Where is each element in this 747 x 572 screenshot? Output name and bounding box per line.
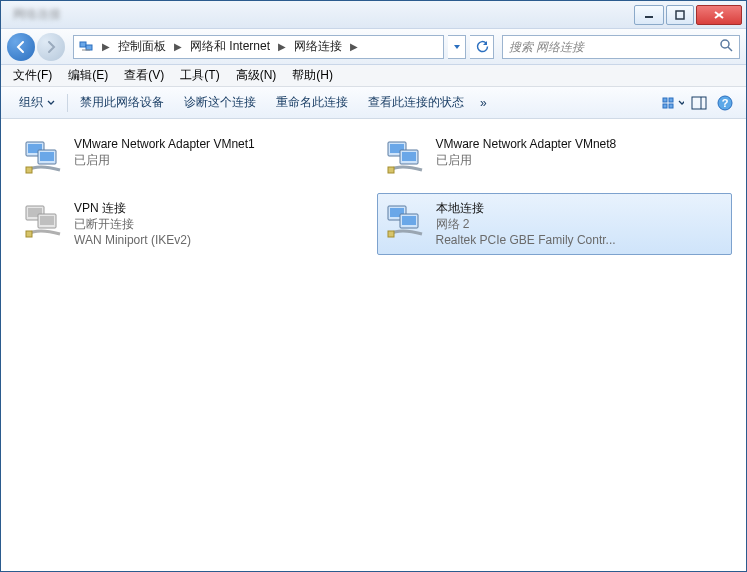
chevron-down-icon [453,43,461,51]
menu-edit[interactable]: 编辑(E) [60,65,116,86]
menu-advanced[interactable]: 高级(N) [228,65,285,86]
close-button[interactable] [696,5,742,25]
connection-text: VMware Network Adapter VMnet1 已启用 [74,136,255,168]
toolbar-disable[interactable]: 禁用此网络设备 [70,90,174,115]
help-button[interactable]: ? [714,92,736,114]
crumb-control-panel[interactable]: 控制面板 [114,36,170,58]
chevron-right-icon: ▶ [170,41,186,52]
svg-line-8 [728,47,732,51]
address-bar[interactable]: ▶ 控制面板 ▶ 网络和 Internet ▶ 网络连接 ▶ [73,35,444,59]
connection-name: VPN 连接 [74,200,191,216]
connection-item[interactable]: 本地连接 网络 2 Realtek PCIe GBE Family Contr.… [377,193,733,255]
refresh-button[interactable] [470,35,494,59]
connection-status: 已启用 [436,152,617,168]
preview-pane-button[interactable] [688,92,710,114]
connection-item[interactable]: VPN 连接 已断开连接 WAN Miniport (IKEv2) [15,193,371,255]
title-area: 网络连接 [5,6,632,23]
close-icon [713,10,725,20]
connection-name: VMware Network Adapter VMnet8 [436,136,617,152]
chevron-right-icon: ▶ [98,41,114,52]
connections-list: VMware Network Adapter VMnet1 已启用 VMware… [1,119,746,571]
connection-status: 网络 2 [436,216,616,232]
svg-rect-30 [40,216,54,225]
svg-text:?: ? [722,97,729,109]
connection-status: 已启用 [74,152,255,168]
svg-rect-13 [692,97,706,109]
title-text: 网络连接 [13,6,61,23]
connection-status: 已断开连接 [74,216,191,232]
crumb-network-connections[interactable]: 网络连接 [290,36,346,58]
menu-file[interactable]: 文件(F) [5,65,60,86]
toolbar-diagnose[interactable]: 诊断这个连接 [174,90,266,115]
menu-view[interactable]: 查看(V) [116,65,172,86]
location-icon [78,39,94,55]
refresh-icon [475,40,489,54]
svg-rect-9 [663,98,667,102]
svg-rect-10 [669,98,673,102]
network-adapter-icon [22,200,66,244]
connection-item[interactable]: VMware Network Adapter VMnet8 已启用 [377,129,733,187]
connection-text: VMware Network Adapter VMnet8 已启用 [436,136,617,168]
forward-button[interactable] [37,33,65,61]
forward-icon [44,40,58,54]
search-input[interactable] [509,40,719,54]
svg-rect-12 [669,104,673,108]
toolbar-status[interactable]: 查看此连接的状态 [358,90,474,115]
titlebar: 网络连接 [1,1,746,29]
separator [67,94,68,112]
view-icon [662,96,676,110]
svg-rect-25 [402,152,416,161]
chevron-right-icon: ▶ [274,41,290,52]
connection-item[interactable]: VMware Network Adapter VMnet1 已启用 [15,129,371,187]
svg-rect-5 [86,45,92,50]
menu-tools[interactable]: 工具(T) [172,65,227,86]
chevron-down-icon [47,99,55,107]
explorer-window: 网络连接 ▶ 控制面板 ▶ 网络和 Internet [0,0,747,572]
help-icon: ? [717,95,733,111]
back-button[interactable] [7,33,35,61]
toolbar-rename[interactable]: 重命名此连接 [266,90,358,115]
connection-name: VMware Network Adapter VMnet1 [74,136,255,152]
minimize-button[interactable] [634,5,664,25]
svg-rect-36 [388,231,394,237]
crumb-network-internet[interactable]: 网络和 Internet [186,36,274,58]
minimize-icon [644,10,654,20]
preview-pane-icon [691,96,707,110]
back-icon [14,40,28,54]
svg-point-7 [721,40,729,48]
svg-rect-11 [663,104,667,108]
connection-text: 本地连接 网络 2 Realtek PCIe GBE Family Contr.… [436,200,616,248]
nav-buttons [7,32,69,62]
svg-rect-26 [388,167,394,173]
network-adapter-icon [384,136,428,180]
menubar: 文件(F) 编辑(E) 查看(V) 工具(T) 高级(N) 帮助(H) [1,65,746,87]
connection-detail: WAN Miniport (IKEv2) [74,232,191,248]
svg-rect-21 [26,167,32,173]
svg-rect-31 [26,231,32,237]
search-icon [719,38,733,56]
address-history-dropdown[interactable] [448,35,466,59]
toolbar-organize[interactable]: 组织 [9,90,65,115]
svg-rect-1 [676,11,684,19]
toolbar-organize-label: 组织 [19,94,43,111]
view-options-button[interactable] [662,92,684,114]
chevron-down-icon [678,99,684,107]
network-adapter-icon [384,200,428,244]
connection-detail: Realtek PCIe GBE Family Contr... [436,232,616,248]
svg-rect-20 [40,152,54,161]
maximize-button[interactable] [666,5,694,25]
maximize-icon [675,10,685,20]
svg-rect-35 [402,216,416,225]
chevron-right-icon: ▶ [346,41,362,52]
svg-rect-4 [80,42,86,47]
search-box[interactable] [502,35,740,59]
navbar: ▶ 控制面板 ▶ 网络和 Internet ▶ 网络连接 ▶ [1,29,746,65]
menu-help[interactable]: 帮助(H) [284,65,341,86]
connection-text: VPN 连接 已断开连接 WAN Miniport (IKEv2) [74,200,191,248]
network-adapter-icon [22,136,66,180]
connection-name: 本地连接 [436,200,616,216]
toolbar: 组织 禁用此网络设备 诊断这个连接 重命名此连接 查看此连接的状态 » ? [1,87,746,119]
toolbar-overflow[interactable]: » [474,92,493,114]
